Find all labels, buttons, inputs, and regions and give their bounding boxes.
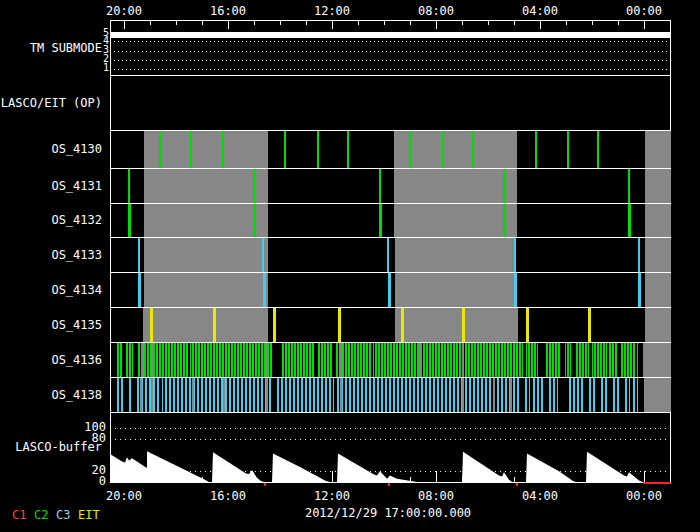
event-gap: [271, 378, 275, 412]
row-label-os-4135: OS_4135: [0, 318, 102, 332]
submode-gridline: [110, 41, 671, 42]
event-gap: [589, 343, 592, 377]
image-event-line: [526, 308, 529, 342]
image-event-line: [138, 238, 140, 272]
os-enabled-block: [395, 273, 514, 307]
image-event-line: [503, 204, 506, 237]
axis-tick: [618, 20, 619, 25]
image-event-line: [317, 131, 319, 168]
event-gap: [371, 343, 373, 377]
event-gap: [123, 343, 126, 377]
image-event-line: [128, 169, 130, 203]
time-label-top: 00:00: [626, 4, 662, 18]
axis-tick: [592, 20, 593, 25]
gray-marker-line: [151, 343, 153, 377]
event-gap: [523, 343, 526, 377]
event-gap: [283, 378, 285, 412]
red-event-tick: [264, 483, 266, 486]
axis-tick: [462, 20, 463, 25]
os-enabled-block: [645, 273, 671, 307]
time-label-top: 04:00: [522, 4, 558, 18]
axis-tick: [332, 20, 333, 29]
os-enabled-block: [394, 204, 517, 237]
event-gap: [315, 343, 317, 377]
image-event-line: [514, 238, 516, 272]
axis-tick: [514, 20, 515, 25]
legend-item-eit: EIT: [78, 508, 100, 522]
axis-tick: [410, 20, 411, 25]
image-event-line: [379, 169, 381, 203]
event-gap: [571, 343, 575, 377]
os-enabled-block: [143, 308, 268, 342]
axis-tick: [150, 20, 151, 25]
axis-tick: [176, 20, 177, 25]
image-event-line: [462, 308, 465, 342]
row-label-os-4134: OS_4134: [0, 283, 102, 297]
time-label-bottom: 20:00: [106, 489, 142, 503]
event-gap: [530, 378, 533, 412]
image-event-line: [597, 131, 599, 168]
gray-marker-line: [340, 378, 342, 412]
image-event-line: [262, 238, 264, 272]
buffer-series-plot: [110, 412, 671, 482]
axis-tick: [384, 20, 385, 25]
gray-marker-line: [462, 378, 464, 412]
image-event-line: [535, 131, 537, 168]
gray-marker-line: [223, 378, 225, 412]
gray-marker-line: [140, 378, 142, 412]
image-event-line: [638, 238, 640, 272]
event-gap: [617, 343, 620, 377]
buffer-scale-label: 0: [0, 475, 106, 488]
submode-gridline: [110, 69, 671, 70]
time-label-top: 16:00: [210, 4, 246, 18]
event-gap: [131, 378, 136, 412]
gray-marker-line: [419, 343, 421, 377]
gray-marker-line: [266, 378, 268, 412]
submode-gridline: [110, 60, 671, 61]
axis-tick: [306, 20, 307, 25]
event-gap: [597, 378, 600, 412]
event-gap: [333, 343, 335, 377]
time-label-bottom: 16:00: [210, 489, 246, 503]
submode-level-label: 1: [0, 63, 109, 73]
time-label-bottom: 12:00: [314, 489, 350, 503]
os-enabled-block: [144, 169, 268, 203]
legend-item-c2: C2: [34, 508, 48, 522]
os-enabled-block: [144, 131, 268, 168]
axis-tick: [280, 20, 281, 25]
image-event-line: [409, 131, 411, 168]
lasco-timeline-chart: 20:0020:0016:0016:0012:0012:0008:0008:00…: [0, 0, 700, 532]
image-event-line: [567, 131, 569, 168]
gray-marker-line: [142, 343, 144, 377]
os-enabled-block: [645, 169, 671, 203]
os-enabled-block: [144, 273, 268, 307]
event-gap: [545, 378, 547, 412]
event-gap: [160, 378, 162, 412]
time-label-top: 08:00: [418, 4, 454, 18]
image-event-line: [284, 131, 286, 168]
image-event-line: [190, 131, 192, 168]
buffer-scale-label: 80: [0, 432, 106, 445]
image-event-line: [388, 273, 391, 307]
axis-tick: [358, 20, 359, 25]
axis-tick: [436, 20, 437, 29]
row-label-os-4131: OS_4131: [0, 179, 102, 193]
image-event-line: [253, 204, 256, 237]
os-enabled-block: [144, 238, 268, 272]
axis-tick: [540, 20, 541, 29]
event-gap: [635, 343, 637, 377]
os-enabled-block: [645, 238, 671, 272]
image-event-line: [638, 273, 641, 307]
os-enabled-block: [644, 343, 671, 377]
gray-marker-line: [265, 343, 267, 377]
os-enabled-block: [394, 131, 517, 168]
event-gap: [607, 343, 609, 377]
image-event-line: [401, 308, 404, 342]
event-gap: [133, 343, 137, 377]
os-enabled-block: [645, 308, 671, 342]
image-event-line: [128, 204, 131, 237]
image-event-line: [503, 169, 505, 203]
event-gap: [639, 343, 643, 377]
event-gap: [188, 343, 190, 377]
axis-tick: [488, 20, 489, 25]
